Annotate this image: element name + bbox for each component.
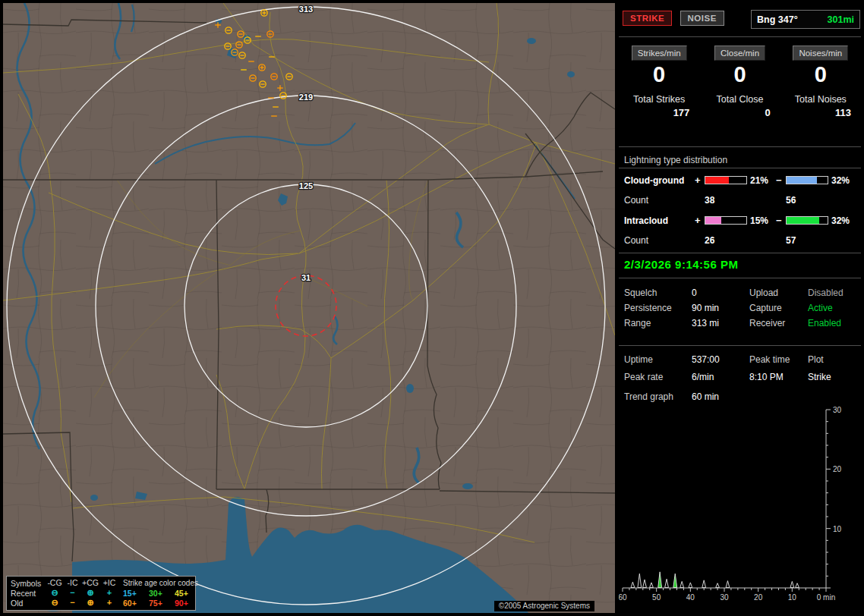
ic-positive-percent: 15% [748, 215, 776, 226]
close-per-min-button[interactable]: Close/min [714, 46, 765, 61]
trend-spike [631, 582, 635, 587]
age-code: 45+ [175, 589, 193, 598]
total-close-value: 0 [699, 107, 780, 118]
plot-label: Plot [808, 351, 859, 369]
plus-sign: + [695, 174, 705, 186]
trend-spike [643, 580, 647, 587]
separator [619, 253, 861, 253]
noises-per-min-button[interactable]: Noises/min [793, 46, 848, 61]
peak-time-value: 8:10 PM [749, 369, 808, 386]
separator [619, 345, 861, 346]
plus-sign: + [695, 215, 705, 226]
upload-status: Disabled [808, 285, 859, 300]
legend-row-old: Old⊖−⊕+60+75+90+ [11, 598, 193, 608]
total-noises-value: 113 [780, 107, 861, 118]
uptime-label: Uptime [624, 351, 692, 369]
trend-spike [638, 574, 642, 587]
trend-x-tick-label: 0 min [817, 593, 835, 602]
peak-rate-label: Peak rate [624, 369, 692, 386]
capture-label: Capture [749, 300, 808, 316]
trend-x-tick-label: 60 [619, 593, 627, 602]
cg-negative-percent: 32% [829, 175, 859, 186]
trend-spike [790, 581, 794, 587]
legend-symbols-title: Symbols [11, 579, 45, 588]
range-ring-label: 125 [299, 181, 313, 190]
trend-spike [796, 583, 799, 588]
radar-map[interactable]: 31321912531 Symbols -CG -IC +CG +IC Stri… [3, 3, 615, 613]
strikes-per-min-button[interactable]: Strikes/min [632, 46, 687, 61]
ic-negative-percent: 32% [829, 215, 859, 226]
ic-positive-bar [705, 216, 747, 225]
trend-spike [702, 580, 706, 588]
trend-spike [650, 583, 654, 588]
count-label: Count [624, 235, 695, 246]
cg-negative-bar-fill [787, 177, 817, 184]
noise-mode-button[interactable]: NOISE [680, 11, 724, 26]
legend-strike-symbol: ⊖ [45, 589, 65, 597]
strikes-counter: Strikes/min 0 Total Strikes 177 [619, 46, 699, 118]
trend-y-tick-label: 20 [833, 465, 842, 473]
trend-spike [680, 581, 684, 587]
bearing-readout: Bng 347° 301mi [751, 10, 860, 29]
cloud-ground-row: Cloud-ground + 21% − 32% [624, 171, 859, 190]
close-per-min-value: 0 [699, 63, 780, 86]
peak-rate-value: 6/min [692, 369, 749, 386]
cg-negative-count: 56 [786, 195, 829, 206]
separator [619, 146, 861, 147]
legend-strike-symbol: − [65, 599, 80, 607]
trend-spike [716, 583, 720, 588]
legend-strike-symbol: + [100, 599, 118, 607]
receiver-status: Enabled [808, 316, 859, 331]
trend-spike [673, 574, 677, 587]
legend-strike-symbol: ⊕ [80, 589, 100, 597]
trend-spike [726, 581, 730, 588]
squelch-label: Squelch [624, 285, 692, 300]
ic-negative-bar [786, 216, 828, 225]
separator [619, 168, 861, 168]
intracloud-row: Intracloud + 15% − 32% [624, 211, 859, 230]
separator [619, 36, 861, 37]
legend-strike-symbol: − [65, 589, 80, 597]
minus-sign: − [776, 174, 786, 186]
plot-value: Strike [808, 369, 859, 386]
settings-grid: Squelch 0 Upload Disabled Persistence 90… [624, 285, 859, 331]
trend-x-tick-label: 10 [788, 593, 797, 602]
cg-positive-count: 38 [705, 195, 748, 206]
trend-spike [689, 583, 692, 588]
upload-label: Upload [749, 285, 808, 300]
strike-mode-button[interactable]: STRIKE [623, 11, 672, 26]
cg-positive-bar [705, 176, 747, 184]
total-strikes-label: Total Strikes [619, 94, 699, 105]
persistence-label: Persistence [624, 300, 692, 316]
legend-age-values: 60+75+90+ [118, 599, 193, 608]
trend-spike [658, 572, 662, 588]
uptime-value: 537:00 [692, 351, 749, 369]
trend-x-tick-label: 30 [720, 593, 729, 602]
range-ring-label: 219 [299, 93, 313, 102]
copyright-notice: ©2005 Astrogenic Systems [494, 601, 594, 611]
mode-toolbar: STRIKE NOISE Bng 347° 301mi [623, 11, 860, 30]
cg-negative-bar [786, 176, 828, 184]
cg-positive-percent: 21% [748, 175, 776, 186]
trend-y-tick-label: 10 [833, 525, 842, 533]
ic-positive-bar-fill [705, 217, 721, 224]
range-ring-label: 31 [301, 273, 311, 282]
total-noises-label: Total Noises [780, 94, 861, 105]
legend-row-recent: Recent⊖−⊕+15+30+45+ [11, 588, 193, 598]
legend-col-pos-ic: +IC [100, 579, 118, 587]
trend-x-tick-label: 40 [686, 593, 695, 602]
ic-positive-count: 26 [705, 235, 748, 246]
trend-graph: 1020306050403020100 min [619, 404, 861, 613]
intracloud-count-row: Count 26 57 [624, 230, 859, 251]
legend-strike-symbol: + [100, 589, 118, 597]
trend-window-value: 60 min [692, 391, 776, 402]
count-label: Count [624, 195, 695, 206]
age-code: 90+ [175, 599, 193, 608]
rate-counters: Strikes/min 0 Total Strikes 177 Close/mi… [619, 46, 861, 118]
total-strikes-value: 177 [619, 107, 699, 118]
legend-header: Symbols -CG -IC +CG +IC Strike age color… [11, 578, 193, 588]
cloud-ground-label: Cloud-ground [624, 175, 695, 186]
trend-graph-svg: 1020306050403020100 min [619, 404, 861, 613]
distribution-title: Lightning type distribution [624, 155, 727, 165]
stats-grid: Uptime 537:00 Peak time Plot Peak rate 6… [624, 351, 859, 386]
